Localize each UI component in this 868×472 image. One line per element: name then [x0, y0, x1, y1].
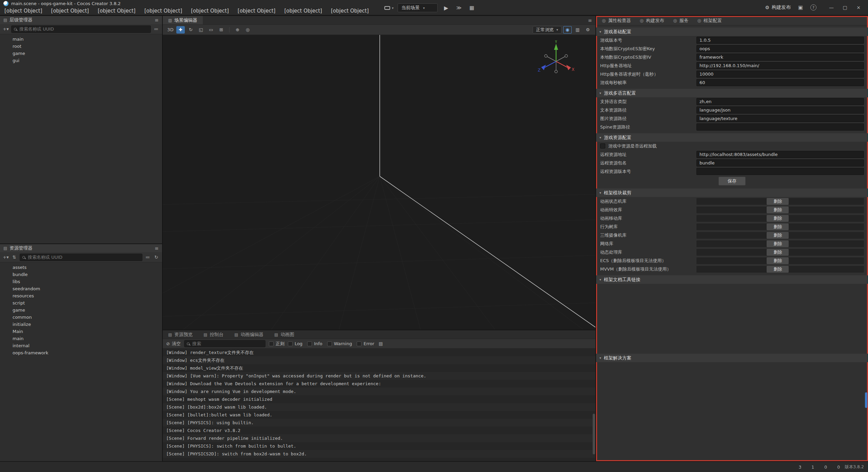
asset-row[interactable]: Main — [0, 328, 162, 335]
status-counter[interactable]: 3 — [792, 465, 801, 470]
module-delete-button[interactable]: 删除 — [767, 249, 789, 256]
scene-select[interactable]: 当前场景 ▾ — [398, 3, 438, 12]
property-input[interactable] — [696, 98, 864, 105]
remote-load-checkbox[interactable] — [600, 143, 605, 149]
module-delete-button[interactable]: 删除 — [767, 198, 789, 205]
solution-link[interactable] — [596, 379, 868, 388]
solution-link[interactable] — [596, 405, 868, 413]
doc-link[interactable] — [596, 284, 868, 292]
layout-button[interactable]: ▦ — [468, 3, 476, 12]
translate-tool-button[interactable]: ✚ — [176, 26, 185, 34]
tree-node[interactable]: root — [0, 43, 162, 50]
log-line[interactable]: ! [Scene] [PHYSICS]: switch from builtin… — [163, 442, 595, 450]
property-input[interactable] — [696, 151, 864, 158]
property-input[interactable] — [696, 79, 864, 86]
log-level-filter[interactable]: Info — [307, 341, 322, 346]
property-input[interactable] — [696, 168, 864, 175]
log-line[interactable]: ! [Window] model_view文件夹不存在 — [163, 364, 595, 372]
asset-row[interactable]: internal — [0, 342, 162, 349]
doc-link[interactable] — [596, 335, 868, 343]
section-game-res[interactable]: ▾ 游戏资源配置 — [596, 133, 868, 142]
asset-row[interactable]: assets — [0, 264, 162, 271]
menu-item[interactable]: [object Object] — [140, 8, 187, 14]
log-level-filter[interactable]: Warning — [327, 341, 352, 346]
log-file-button[interactable]: ▤ — [378, 341, 384, 346]
property-input[interactable] — [696, 159, 864, 166]
log-level-filter[interactable]: Error — [357, 341, 374, 346]
tree-node[interactable]: main — [0, 36, 162, 43]
section-game-i18n[interactable]: ▾ 游戏多语言配置 — [596, 89, 868, 97]
tab-scene-editor[interactable]: ▧ 场景编辑器 — [163, 16, 203, 24]
asset-row[interactable]: common — [0, 314, 162, 321]
module-delete-button[interactable]: 删除 — [767, 215, 789, 222]
assets-search-input[interactable] — [27, 254, 140, 260]
section-docs[interactable]: ▾ 框架文档工具链接 — [596, 275, 868, 284]
doc-link[interactable] — [596, 326, 868, 335]
menu-item[interactable]: [object Object] — [47, 8, 94, 14]
module-delete-button[interactable]: 删除 — [767, 257, 789, 264]
inspector-scrollbar-thumb[interactable] — [865, 392, 867, 408]
property-input[interactable] — [696, 62, 864, 69]
section-game-basic[interactable]: ▾ 游戏基础配置 — [596, 27, 868, 36]
asset-row[interactable]: oops-framework — [0, 349, 162, 356]
status-counter[interactable]: 0 — [831, 465, 840, 470]
property-input[interactable] — [696, 45, 864, 52]
log-line[interactable]: ! [Window] ecs文件夹不存在 — [163, 356, 595, 364]
module-delete-button[interactable]: 删除 — [767, 240, 789, 247]
log-line[interactable]: ! [Scene] Forward render pipeline initia… — [163, 434, 595, 442]
inspector-tab[interactable]: ◎ 服务 — [669, 16, 693, 25]
save-button[interactable]: 保存 — [718, 177, 746, 185]
asset-row[interactable]: game — [0, 307, 162, 314]
scene-light-button[interactable]: ◉ — [563, 26, 572, 34]
scene-stats-button[interactable]: ▥ — [573, 26, 582, 34]
create-asset-button[interactable]: +▾ — [3, 255, 9, 260]
property-input[interactable] — [696, 106, 864, 114]
maximize-button[interactable]: ▢ — [838, 0, 852, 15]
menu-item[interactable]: [object Object] — [233, 8, 280, 14]
log-line[interactable]: ! [Scene] [PHYSICS]: using builtin. — [163, 419, 595, 427]
log-line[interactable]: ! [Window] render_texture文件夹不存在 — [163, 349, 595, 356]
module-delete-button[interactable]: 删除 — [767, 206, 789, 213]
doc-link[interactable] — [596, 301, 868, 309]
console-tab[interactable]: ▤ 资源预览 — [163, 330, 198, 339]
close-button[interactable]: × — [852, 0, 865, 15]
panel-menu-icon[interactable]: ≡ — [155, 245, 159, 251]
property-input[interactable] — [696, 115, 864, 122]
solution-link[interactable] — [596, 396, 868, 405]
asset-row[interactable]: initialize — [0, 321, 162, 328]
build-publish-button[interactable]: ⚙ 构建发布 — [765, 4, 791, 11]
solution-link[interactable] — [596, 362, 868, 371]
scene-viewport[interactable]: Y X Z — [163, 35, 595, 330]
log-level-filter[interactable]: Log — [288, 341, 302, 346]
help-button[interactable]: ? — [810, 4, 816, 11]
axis-gizmo[interactable]: Y X Z — [536, 40, 576, 81]
panel-menu-icon[interactable]: ≡ — [155, 17, 159, 23]
console-search-input[interactable] — [192, 341, 263, 347]
log-line[interactable]: ! [Window] [Vue warn]: Property "onInput… — [163, 372, 595, 380]
asset-row[interactable]: script — [0, 299, 162, 307]
log-line[interactable]: ! [Window] Download the Vue Devtools ext… — [163, 380, 595, 388]
scene-settings-button[interactable]: ⚙ — [584, 26, 592, 34]
preview-window-button[interactable]: ▣ — [796, 3, 805, 12]
hierarchy-search-input[interactable] — [19, 26, 148, 32]
asset-row[interactable]: main — [0, 335, 162, 342]
status-counter[interactable]: 1 — [805, 465, 814, 470]
asset-row[interactable]: bundle — [0, 271, 162, 278]
property-input[interactable] — [696, 71, 864, 78]
panel-menu-icon[interactable]: ≡ — [588, 18, 592, 23]
doc-link[interactable] — [596, 292, 868, 301]
sort-assets-icon[interactable]: ⇅ — [11, 255, 17, 260]
minimize-button[interactable]: — — [825, 0, 838, 15]
property-input[interactable] — [696, 37, 864, 44]
console-tab[interactable]: ▤ 动画编辑器 — [229, 330, 269, 339]
log-line[interactable]: ! [Window] You are running Vue in develo… — [163, 388, 595, 395]
console-tab[interactable]: ▤ 动画图 — [269, 330, 300, 339]
dimension-toggle-button[interactable]: 3D — [166, 26, 175, 34]
doc-link[interactable] — [596, 318, 868, 326]
asset-row[interactable]: seedrandom — [0, 285, 162, 292]
log-line[interactable]: ! [Scene] [bullet]:bullet wasm lib loade… — [163, 411, 595, 419]
play-button[interactable]: ▶ — [442, 3, 451, 12]
refresh-icon[interactable]: ↻ — [153, 255, 159, 260]
view-mode-select[interactable]: 正常浏览 ▾ — [533, 26, 561, 34]
log-line[interactable]: ! [Scene] [PHYSICS2D]: switch from box2d… — [163, 450, 595, 458]
